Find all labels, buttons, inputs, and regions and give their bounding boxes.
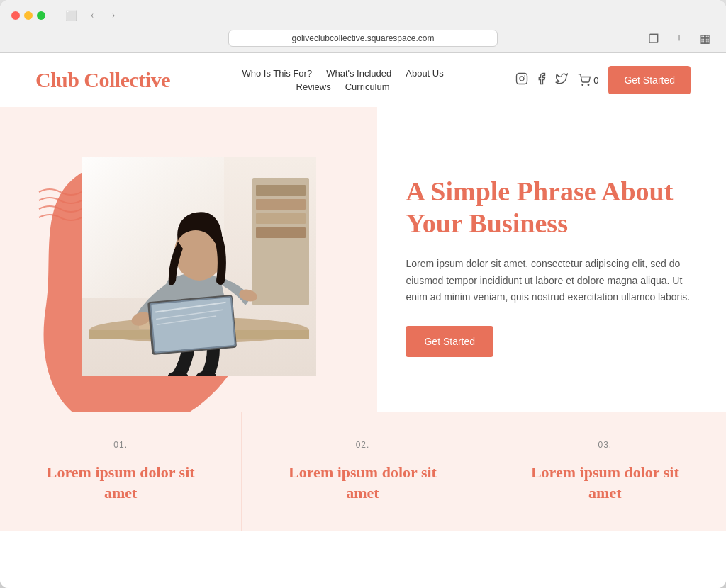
- feature-title-1: Lorem ipsum dolor sit amet: [35, 463, 206, 503]
- share-button[interactable]: ❐: [644, 28, 664, 48]
- feature-title-2: Lorem ipsum dolor sit amet: [277, 463, 447, 503]
- nav-row-2: Reviews Curriculum: [296, 81, 390, 92]
- browser-chrome: ⬜ ‹ › goliveclubcollective.squarespace.c…: [0, 0, 726, 53]
- maximize-button[interactable]: [37, 11, 45, 20]
- nav-reviews[interactable]: Reviews: [296, 81, 331, 92]
- hero-photo: [82, 157, 316, 376]
- new-tab-button[interactable]: +: [669, 28, 689, 48]
- browser-window: ⬜ ‹ › goliveclubcollective.squarespace.c…: [0, 0, 726, 588]
- hero-left: [0, 107, 377, 412]
- svg-rect-10: [256, 213, 306, 224]
- minimize-button[interactable]: [24, 11, 33, 20]
- facebook-icon[interactable]: [535, 72, 548, 88]
- svg-point-4: [588, 84, 589, 86]
- svg-rect-9: [256, 199, 306, 210]
- feature-number-2: 02.: [277, 440, 447, 450]
- nav-curriculum[interactable]: Curriculum: [345, 81, 390, 92]
- site-logo: Club Collective: [35, 68, 170, 92]
- site-nav: Who Is This For? What's Included About U…: [242, 68, 443, 92]
- address-bar-row: goliveclubcollective.squarespace.com ❐ +…: [11, 30, 715, 47]
- instagram-icon[interactable]: [515, 72, 528, 88]
- svg-point-1: [520, 77, 524, 81]
- hero-section: A Simple Phrase About Your Business Lore…: [0, 107, 726, 412]
- svg-rect-8: [256, 185, 306, 196]
- nav-row-1: Who Is This For? What's Included About U…: [242, 68, 443, 79]
- feature-number-3: 03.: [520, 440, 691, 450]
- forward-button[interactable]: ›: [105, 7, 122, 24]
- svg-rect-0: [517, 74, 527, 84]
- feature-card-2: 02. Lorem ipsum dolor sit amet: [242, 412, 484, 531]
- hero-body-text: Lorem ipsum dolor sit amet, consectetur …: [406, 256, 691, 306]
- hero-right: A Simple Phrase About Your Business Lore…: [377, 107, 726, 412]
- feature-number-1: 01.: [35, 440, 206, 450]
- site-header: Club Collective Who Is This For? What's …: [0, 53, 726, 107]
- nav-about-us[interactable]: About Us: [406, 68, 443, 79]
- svg-rect-11: [256, 227, 306, 238]
- hero-headline: A Simple Phrase About Your Business: [406, 176, 691, 240]
- address-bar[interactable]: goliveclubcollective.squarespace.com: [228, 30, 498, 47]
- browser-actions: ❐ + ▦: [644, 28, 715, 48]
- social-icons: [515, 72, 568, 88]
- features-section: 01. Lorem ipsum dolor sit amet 02. Lorem…: [0, 412, 726, 531]
- cart-count: 0: [593, 75, 598, 86]
- browser-nav: ⬜ ‹ ›: [62, 7, 122, 24]
- nav-whats-included[interactable]: What's Included: [326, 68, 391, 79]
- person-scene: [82, 157, 316, 376]
- header-right: 0 Get Started: [515, 66, 691, 94]
- sidebar-toggle[interactable]: ⬜: [62, 7, 79, 24]
- traffic-lights: [11, 11, 45, 20]
- hero-cta-button[interactable]: Get Started: [406, 326, 493, 357]
- browser-controls: ⬜ ‹ ›: [11, 7, 715, 24]
- website-content: Club Collective Who Is This For? What's …: [0, 53, 726, 588]
- header-get-started-button[interactable]: Get Started: [608, 66, 691, 94]
- tabs-button[interactable]: ▦: [695, 28, 715, 48]
- svg-rect-23: [152, 298, 235, 352]
- twitter-icon[interactable]: [555, 72, 568, 88]
- feature-card-3: 03. Lorem ipsum dolor sit amet: [484, 412, 726, 531]
- svg-point-3: [582, 84, 583, 86]
- nav-who-is-this-for[interactable]: Who Is This For?: [242, 68, 312, 79]
- close-button[interactable]: [11, 11, 20, 20]
- back-button[interactable]: ‹: [84, 7, 101, 24]
- svg-point-2: [525, 75, 526, 77]
- svg-rect-7: [252, 178, 309, 305]
- feature-card-1: 01. Lorem ipsum dolor sit amet: [0, 412, 242, 531]
- cart-button[interactable]: 0: [578, 74, 598, 86]
- feature-title-3: Lorem ipsum dolor sit amet: [520, 463, 691, 503]
